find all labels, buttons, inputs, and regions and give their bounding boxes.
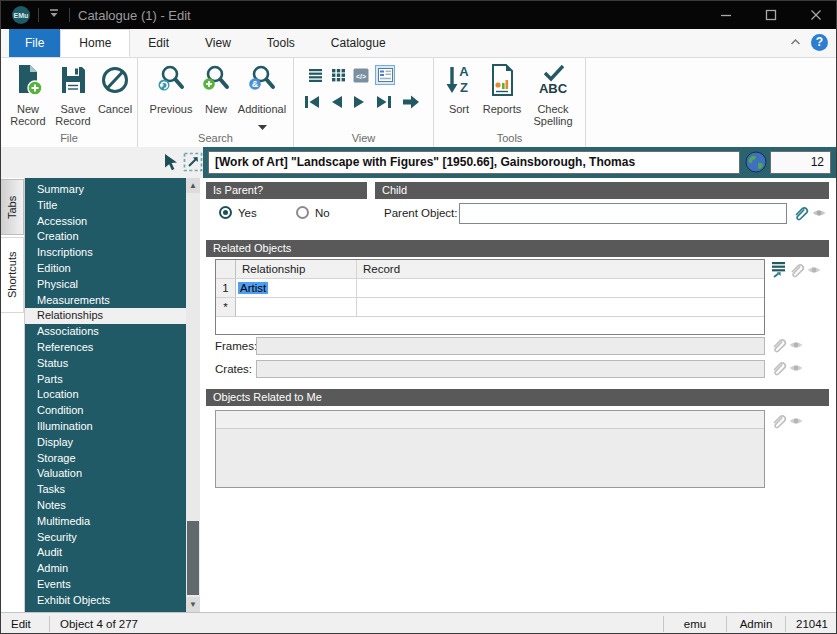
sidebar-item-inscriptions[interactable]: Inscriptions — [25, 245, 186, 261]
sidebar-item-associations[interactable]: Associations — [25, 324, 186, 340]
crates-field — [256, 360, 765, 378]
minimize-button[interactable] — [703, 1, 748, 29]
collapse-ribbon-icon[interactable] — [789, 33, 802, 51]
select-pointer-icon[interactable] — [163, 153, 181, 176]
related-insert-list-icon[interactable] — [770, 260, 788, 278]
side-tab-tabs[interactable]: Tabs — [1, 179, 24, 235]
previous-record-icon[interactable] — [328, 93, 345, 115]
related-eye-icon[interactable] — [806, 263, 824, 281]
side-tab-shortcuts[interactable]: Shortcuts — [1, 237, 24, 313]
maximize-button[interactable] — [748, 1, 793, 29]
titlebar-divider — [69, 8, 70, 22]
status-record-position: Object 4 of 277 — [50, 618, 663, 630]
details-view-icon[interactable] — [375, 65, 395, 85]
sidebar-item-notes[interactable]: Notes — [25, 498, 186, 514]
parent-object-attach-icon[interactable] — [792, 203, 810, 221]
first-record-icon[interactable] — [302, 93, 322, 115]
sidebar-item-exhibit-objects[interactable]: Exhibit Objects — [25, 593, 186, 609]
sidebar-item-multimedia[interactable]: Multimedia — [25, 514, 186, 530]
list-view-icon[interactable] — [306, 66, 324, 84]
objects-related-attach-icon[interactable] — [770, 411, 788, 429]
status-bar: Edit Object 4 of 277 emu Admin 21041 — [1, 612, 837, 634]
crates-eye-icon[interactable] — [788, 361, 806, 379]
is-parent-no-radio[interactable] — [296, 206, 309, 219]
marquee-select-icon[interactable] — [183, 152, 203, 177]
frames-attach-icon[interactable] — [770, 335, 788, 353]
sidebar-item-location[interactable]: Location — [25, 387, 186, 403]
sidebar-item-valuation[interactable]: Valuation — [25, 466, 186, 482]
tab-view[interactable]: View — [187, 29, 249, 57]
scroll-down-icon[interactable]: ▼ — [186, 597, 200, 612]
previous-search-button[interactable]: Previous — [143, 61, 199, 115]
sidebar-item-relationships[interactable]: Relationships — [25, 308, 186, 324]
sidebar-item-events[interactable]: Events — [25, 577, 186, 593]
is-parent-yes-radio[interactable] — [219, 206, 232, 219]
tab-file[interactable]: File — [9, 29, 60, 57]
sidebar-item-measurements[interactable]: Measurements — [25, 293, 186, 309]
sidebar-item-display[interactable]: Display — [25, 435, 186, 451]
sidebar-item-title[interactable]: Title — [25, 198, 186, 214]
additional-search-button[interactable]: & Additional — [233, 61, 291, 134]
scrollbar-thumb[interactable] — [187, 521, 199, 595]
parent-object-eye-icon[interactable] — [811, 206, 829, 224]
check-spelling-icon: ABC — [533, 63, 573, 101]
tab-edit[interactable]: Edit — [130, 29, 187, 57]
sidebar-item-edition[interactable]: Edition — [25, 261, 186, 277]
sidebar-item-audit[interactable]: Audit — [25, 545, 186, 561]
scroll-up-icon[interactable]: ▲ — [186, 178, 200, 193]
frames-eye-icon[interactable] — [788, 338, 806, 356]
code-view-icon[interactable]: </> — [352, 66, 370, 84]
crates-attach-icon[interactable] — [770, 358, 788, 376]
goto-record-icon[interactable] — [400, 93, 422, 115]
objects-related-eye-icon[interactable] — [788, 414, 806, 432]
child-header: Child — [375, 182, 829, 199]
sidebar-item-accession[interactable]: Accession — [25, 214, 186, 230]
sidebar-scrollbar[interactable]: ▲ ▼ — [186, 178, 200, 612]
new-search-button[interactable]: New — [199, 61, 233, 115]
save-record-icon — [57, 63, 89, 101]
emu-logo-icon[interactable]: EMu — [12, 6, 30, 24]
related-attach-icon[interactable] — [788, 260, 806, 278]
quick-access-dropdown-icon[interactable] — [47, 6, 61, 24]
relationship-column-header[interactable]: Relationship — [236, 260, 357, 278]
sidebar-item-condition[interactable]: Condition — [25, 403, 186, 419]
tab-home[interactable]: Home — [60, 29, 130, 57]
record-count-field[interactable]: 12 — [770, 151, 831, 174]
sort-button[interactable]: A Z Sort — [440, 61, 478, 115]
sidebar-item-storage[interactable]: Storage — [25, 451, 186, 467]
sidebar-item-security[interactable]: Security — [25, 530, 186, 546]
sidebar-item-summary[interactable]: Summary — [25, 182, 186, 198]
sidebar-item-status[interactable]: Status — [25, 356, 186, 372]
reports-button[interactable]: Reports — [478, 61, 526, 115]
globe-icon[interactable] — [745, 151, 767, 177]
sidebar-item-creation[interactable]: Creation — [25, 229, 186, 245]
relationship-cell[interactable] — [236, 298, 357, 316]
record-column-header[interactable]: Record — [357, 260, 764, 278]
sidebar-item-physical[interactable]: Physical — [25, 277, 186, 293]
grid-view-icon[interactable] — [329, 66, 347, 84]
record-title-field[interactable]: [Work of Art] "Landscape with Figures" [… — [208, 151, 740, 174]
sidebar-item-illumination[interactable]: Illumination — [25, 419, 186, 435]
tab-tools[interactable]: Tools — [249, 29, 313, 57]
tab-catalogue[interactable]: Catalogue — [313, 29, 404, 57]
cancel-button[interactable]: Cancel — [95, 61, 135, 115]
check-spelling-button[interactable]: ABC Check Spelling — [526, 61, 580, 127]
parent-object-label: Parent Object: — [384, 207, 458, 219]
status-mode: Edit — [1, 618, 49, 630]
sidebar-item-tasks[interactable]: Tasks — [25, 482, 186, 498]
save-record-button[interactable]: Save Record — [51, 61, 95, 127]
objects-related-header: Objects Related to Me — [206, 389, 829, 406]
record-cell[interactable] — [357, 298, 764, 316]
record-cell[interactable] — [357, 279, 764, 297]
close-button[interactable] — [793, 1, 837, 29]
next-record-icon[interactable] — [351, 93, 368, 115]
sidebar-item-references[interactable]: References — [25, 340, 186, 356]
sidebar-item-admin[interactable]: Admin — [25, 561, 186, 577]
status-user: emu — [664, 618, 726, 630]
sidebar-item-parts[interactable]: Parts — [25, 372, 186, 388]
last-record-icon[interactable] — [374, 93, 394, 115]
new-record-button[interactable]: New Record — [5, 61, 51, 127]
parent-object-input[interactable] — [459, 203, 787, 224]
side-tab-strip: Tabs Shortcuts — [1, 178, 25, 612]
help-icon[interactable]: ? — [811, 34, 828, 51]
